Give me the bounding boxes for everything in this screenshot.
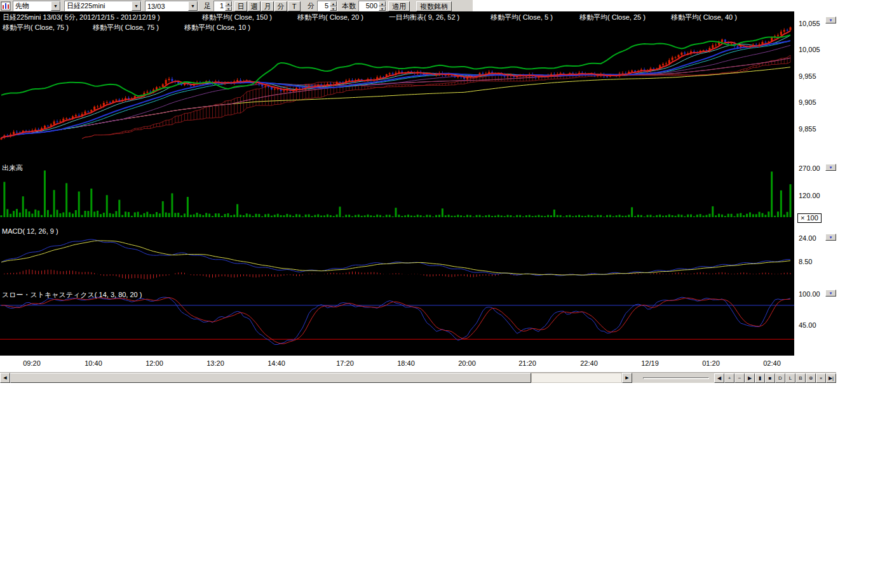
ma5-label: 移動平均( Close, 5 ) bbox=[491, 13, 553, 22]
ma20-label: 移動平均( Close, 20 ) bbox=[297, 13, 363, 22]
macd-scale-button[interactable]: ▼ bbox=[825, 234, 836, 241]
period-weekly-button[interactable]: 週 bbox=[248, 1, 261, 11]
stochastics-pane-label: スロー・ストキャスティクス( 14, 3, 80, 20 ) bbox=[2, 291, 142, 299]
tool-latest-button[interactable]: ▶| bbox=[826, 373, 836, 383]
chevron-down-icon[interactable]: ▼ bbox=[132, 1, 141, 11]
stoch-scale-button[interactable]: ▼ bbox=[825, 290, 836, 297]
time-tick: 01:20 bbox=[702, 359, 720, 367]
bar-interval-value: 1 bbox=[214, 1, 225, 11]
time-tick: 09:20 bbox=[23, 359, 41, 367]
spin-up-icon[interactable]: ▲ bbox=[225, 1, 232, 6]
scroll-left-button[interactable]: ◀ bbox=[0, 373, 10, 383]
tool-zoom-in-button[interactable]: + bbox=[724, 373, 734, 383]
contract-month-select[interactable]: 13/03 ▼ bbox=[145, 1, 198, 11]
tool-data-button[interactable]: D bbox=[775, 373, 785, 383]
time-tick: 10:40 bbox=[85, 359, 102, 367]
ma150-label: 移動平均( Close, 150 ) bbox=[202, 13, 272, 22]
minute-label: 分 bbox=[308, 1, 315, 11]
time-tick: 13:20 bbox=[206, 359, 224, 367]
scroll-right-button[interactable]: ▶ bbox=[622, 373, 632, 383]
volume-multiplier-badge: × 100 bbox=[797, 213, 822, 223]
time-tick: 20:00 bbox=[458, 359, 476, 367]
tool-forward-button[interactable]: ▶ bbox=[745, 373, 755, 383]
instrument-type-value: 先物 bbox=[13, 1, 31, 11]
trading-chart-window: 先物 ▼ 日経225mini ▼ 13/03 ▼ 足 1 ▲ ▼ 日 週 月 分… bbox=[0, 0, 873, 588]
price-tick: 10,005 bbox=[799, 46, 820, 54]
tool-zoom-out-button[interactable]: − bbox=[734, 373, 745, 383]
tool-cursor-button[interactable]: ▮ bbox=[755, 373, 765, 383]
spin-up-icon[interactable]: ▲ bbox=[330, 1, 337, 6]
chart-title-label: 日経225mini 13/03( 5分, 2012/12/15 - 2012/1… bbox=[3, 13, 160, 22]
tool-bar-button[interactable]: B bbox=[795, 373, 806, 383]
value-axis: 10,055 10,005 9,955 9,905 9,855 270.00 1… bbox=[794, 11, 873, 356]
price-scale-button[interactable]: ▼ bbox=[825, 17, 836, 23]
app-icon bbox=[1, 1, 11, 11]
tool-back-button[interactable]: ◀ bbox=[714, 373, 724, 383]
volume-tick: 270.00 bbox=[799, 164, 820, 173]
scrollbar-track[interactable] bbox=[531, 373, 622, 383]
minute-value: 5 bbox=[318, 1, 330, 11]
macd-pane-label: MACD( 12, 26, 9 ) bbox=[2, 227, 58, 236]
toolbar: 先物 ▼ 日経225mini ▼ 13/03 ▼ 足 1 ▲ ▼ 日 週 月 分… bbox=[0, 0, 473, 12]
scrollbar-thumb[interactable] bbox=[10, 373, 531, 383]
chart-region: 日経225mini 13/03( 5分, 2012/12/15 - 2012/1… bbox=[0, 11, 794, 356]
stoch-tick: 100.00 bbox=[799, 290, 820, 298]
contract-month-value: 13/03 bbox=[146, 3, 167, 10]
period-tick-button[interactable]: T bbox=[288, 1, 301, 11]
symbol-value: 日経225mini bbox=[65, 1, 107, 11]
volume-scale-button[interactable]: ▼ bbox=[825, 164, 836, 171]
ichimoku-label: 一目均衡表( 9, 26, 52 ) bbox=[389, 13, 459, 22]
bar-type-label: 足 bbox=[204, 1, 211, 11]
time-tick: 21:20 bbox=[518, 359, 536, 367]
spin-up-icon[interactable]: ▲ bbox=[379, 1, 386, 6]
price-tick: 9,955 bbox=[799, 72, 816, 81]
ma75-label-2: 移動平均( Close, 75 ) bbox=[93, 23, 159, 32]
time-tick: 12:00 bbox=[146, 359, 163, 367]
tool-close-button[interactable]: × bbox=[816, 373, 826, 383]
tool-line-button[interactable]: L bbox=[785, 373, 795, 383]
period-monthly-button[interactable]: 月 bbox=[261, 1, 274, 11]
horizontal-scrollbar-row: ◀ ▶ ◀ + − ▶ ▮ ■ D L B ⊕ × ▶| bbox=[0, 372, 836, 383]
bar-interval-spinner[interactable]: 1 ▲ ▼ bbox=[213, 1, 233, 11]
volume-tick: 120.00 bbox=[799, 192, 820, 200]
bar-count-spinner[interactable]: 500 ▲ ▼ bbox=[358, 1, 386, 11]
spin-down-icon[interactable]: ▼ bbox=[330, 6, 337, 11]
chevron-down-icon[interactable]: ▼ bbox=[188, 1, 198, 11]
instrument-type-select[interactable]: 先物 ▼ bbox=[13, 1, 61, 11]
price-tick: 9,855 bbox=[799, 125, 816, 133]
spin-down-icon[interactable]: ▼ bbox=[379, 6, 386, 11]
macd-tick: 24.00 bbox=[799, 234, 816, 243]
volume-pane-label: 出来高 bbox=[2, 164, 23, 172]
stoch-tick: 45.00 bbox=[799, 321, 816, 330]
period-minute-button[interactable]: 分 bbox=[274, 1, 287, 11]
time-tick: 18:40 bbox=[397, 359, 415, 367]
bar-count-value: 500 bbox=[359, 1, 379, 11]
ma40-label: 移動平均( Close, 40 ) bbox=[671, 13, 737, 22]
time-axis: 09:20 10:40 12:00 13:20 14:40 17:20 18:4… bbox=[0, 356, 794, 371]
spin-down-icon[interactable]: ▼ bbox=[225, 6, 232, 11]
time-tick: 02:40 bbox=[763, 359, 781, 367]
price-volume-indicator-chart[interactable] bbox=[0, 11, 794, 356]
time-tick: 22:40 bbox=[580, 359, 598, 367]
bar-width-slider[interactable] bbox=[643, 377, 709, 379]
price-tick: 9,905 bbox=[799, 98, 816, 107]
multi-symbol-button[interactable]: 複数銘柄 bbox=[416, 1, 452, 11]
ma25-label: 移動平均( Close, 25 ) bbox=[579, 13, 646, 22]
ma10-label: 移動平均( Close, 10 ) bbox=[184, 23, 250, 32]
time-tick: 17:20 bbox=[336, 359, 354, 367]
apply-button[interactable]: 適用 bbox=[388, 1, 410, 11]
period-daily-button[interactable]: 日 bbox=[234, 1, 247, 11]
time-tick: 14:40 bbox=[267, 359, 285, 367]
chevron-down-icon[interactable]: ▼ bbox=[51, 1, 60, 11]
tool-target-button[interactable]: ⊕ bbox=[806, 373, 816, 383]
macd-tick: 8.50 bbox=[799, 258, 812, 266]
time-tick: 12/19 bbox=[641, 359, 659, 367]
bar-count-label: 本数 bbox=[342, 1, 356, 11]
price-tick: 10,055 bbox=[799, 20, 820, 28]
tool-stop-button[interactable]: ■ bbox=[765, 373, 775, 383]
minute-spinner[interactable]: 5 ▲ ▼ bbox=[317, 1, 337, 11]
symbol-select[interactable]: 日経225mini ▼ bbox=[64, 1, 142, 11]
ma75-label: 移動平均( Close, 75 ) bbox=[3, 23, 69, 32]
